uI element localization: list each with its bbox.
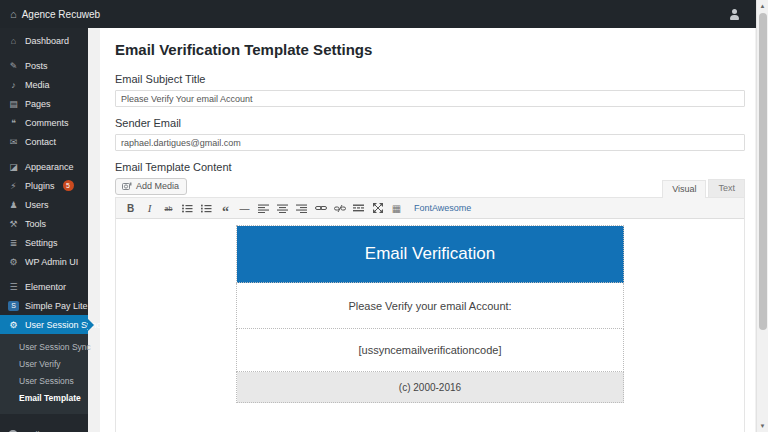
unlink-icon [334, 204, 346, 213]
editor-canvas[interactable]: Email Verification Please Verify your em… [116, 219, 744, 432]
fullscreen-icon [373, 203, 383, 213]
submenu-item-email-template[interactable]: Email Template [0, 390, 88, 407]
align-center-button[interactable] [273, 200, 292, 217]
media-icon: ♪ [8, 80, 19, 90]
blockquote-button[interactable]: “ [216, 200, 235, 217]
plugins-icon: ⚡ [8, 181, 19, 191]
scroll-down-icon[interactable]: ▼ [757, 420, 768, 432]
sidebar-item-users[interactable]: ♟ Users [0, 195, 88, 214]
sidebar-item-label: Appearance [25, 162, 74, 172]
dashboard-icon: ⌂ [8, 36, 19, 46]
sidebar-item-user-session-sync[interactable]: ⚙ User Session Sync [0, 315, 88, 334]
sidebar-item-pages[interactable]: ▤ Pages [0, 94, 88, 113]
submenu-item-user-sessions[interactable]: User Sessions [0, 373, 88, 390]
read-more-tag-button[interactable] [349, 200, 368, 217]
sidebar-item-comments[interactable]: ❝ Comments [0, 113, 88, 132]
editor-mode-tabs: Visual Text [662, 179, 745, 197]
sidebar-item-wp-admin-ui[interactable]: ⚙ WP Admin UI [0, 252, 88, 271]
content-area: Email Verification Template Settings Ema… [88, 28, 756, 432]
fontawesome-button[interactable]: FontAwesome [414, 203, 471, 213]
gear-icon: ⚙ [8, 320, 19, 330]
sidebar-item-label: Tools [25, 219, 46, 229]
page-title: Email Verification Template Settings [115, 41, 745, 58]
sidebar-item-label: Media [25, 80, 50, 90]
email-code-cell[interactable]: [ussyncemailverificationcode] [237, 329, 624, 372]
contact-icon: ✉ [8, 137, 19, 147]
gear-icon: ⚙ [8, 257, 19, 267]
admin-top-bar: ⌂ Agence Recuweb [0, 0, 756, 28]
add-media-label: Add Media [136, 181, 179, 191]
site-name: Agence Recuweb [22, 9, 100, 20]
bullet-list-button[interactable] [178, 200, 197, 217]
template-content-label: Email Template Content [115, 161, 745, 173]
sidebar-item-label: User Session Sync [25, 320, 101, 330]
sender-email-label: Sender Email [115, 117, 745, 129]
email-header-cell[interactable]: Email Verification [237, 226, 624, 283]
admin-sidebar: ⌂ Dashboard ✎ Posts ♪ Media ▤ Pages ❝ Co… [0, 28, 88, 432]
tab-visual[interactable]: Visual [662, 180, 706, 198]
sidebar-item-label: Users [25, 200, 49, 210]
settings-panel: Email Verification Template Settings Ema… [100, 28, 755, 432]
fullscreen-button[interactable] [368, 200, 387, 217]
align-left-button[interactable] [254, 200, 273, 217]
add-media-button[interactable]: Add Media [115, 178, 187, 195]
sidebar-item-settings[interactable]: ≣ Settings [0, 233, 88, 252]
tab-text[interactable]: Text [708, 179, 745, 197]
sidebar-item-label: Comments [25, 118, 69, 128]
user-account-icon[interactable] [729, 9, 740, 20]
email-subject-label: Email Subject Title [115, 73, 745, 85]
numbered-list-button[interactable] [197, 200, 216, 217]
insert-link-button[interactable] [311, 200, 330, 217]
sidebar-item-plugins[interactable]: ⚡ Plugins 5 [0, 176, 88, 195]
scroll-up-icon[interactable]: ▲ [757, 0, 768, 12]
email-body-cell[interactable]: Please Verify your email Account: [237, 283, 624, 329]
more-tag-icon [353, 204, 364, 212]
simple-pay-icon: S [8, 301, 19, 311]
sender-email-input[interactable] [115, 134, 745, 151]
sidebar-item-media[interactable]: ♪ Media [0, 75, 88, 94]
submenu-item-user-verify[interactable]: User Verify [0, 356, 88, 373]
email-subject-input[interactable] [115, 90, 745, 107]
page-scrollbar[interactable]: ▲ ▼ [756, 0, 768, 432]
users-icon: ♟ [8, 200, 19, 210]
sidebar-item-appearance[interactable]: ◪ Appearance [0, 157, 88, 176]
align-right-button[interactable] [292, 200, 311, 217]
email-footer-cell[interactable]: (c) 2000-2016 [237, 372, 624, 403]
tools-icon: ⚒ [8, 219, 19, 229]
sidebar-item-dashboard[interactable]: ⌂ Dashboard [0, 31, 88, 50]
sidebar-item-label: Contact [25, 137, 56, 147]
sidebar-item-label: Plugins [25, 181, 55, 191]
sidebar-item-label: Simple Pay Lite [25, 301, 88, 311]
sidebar-item-label: Pages [25, 99, 51, 109]
sidebar-item-simple-pay-lite[interactable]: S Simple Pay Lite [0, 296, 88, 315]
remove-link-button[interactable] [330, 200, 349, 217]
bold-button[interactable]: B [121, 200, 140, 217]
align-right-icon [296, 204, 307, 213]
email-template-table[interactable]: Email Verification Please Verify your em… [236, 225, 624, 403]
sidebar-item-elementor[interactable]: ☰ Elementor [0, 277, 88, 296]
posts-icon: ✎ [8, 61, 19, 71]
user-session-sync-submenu: User Session Sync User Verify User Sessi… [0, 334, 88, 414]
sidebar-item-label: Posts [25, 61, 48, 71]
media-icon [122, 182, 132, 191]
sidebar-item-label: Elementor [25, 282, 66, 292]
sidebar-item-label: Settings [25, 238, 58, 248]
horizontal-rule-button[interactable]: — [235, 200, 254, 217]
sidebar-item-tools[interactable]: ⚒ Tools [0, 214, 88, 233]
scrollbar-thumb[interactable] [759, 13, 767, 330]
align-left-icon [258, 204, 269, 213]
sidebar-item-label: Dashboard [25, 36, 69, 46]
strikethrough-button[interactable]: ab [159, 200, 178, 217]
pages-icon: ▤ [8, 99, 19, 109]
numbered-list-icon [201, 204, 212, 213]
toolbar-toggle-button[interactable]: ▦ [387, 200, 406, 217]
sidebar-item-label: WP Admin UI [25, 257, 78, 267]
submenu-item-user-session-sync[interactable]: User Session Sync [0, 339, 88, 356]
sidebar-item-posts[interactable]: ✎ Posts [0, 56, 88, 75]
site-menu[interactable]: ⌂ Agence Recuweb [0, 8, 100, 20]
bullet-list-icon [182, 204, 193, 213]
collapse-menu-button[interactable]: ◂ Collapse menu [0, 425, 88, 432]
italic-button[interactable]: I [140, 200, 159, 217]
link-icon [315, 204, 327, 212]
sidebar-item-contact[interactable]: ✉ Contact [0, 132, 88, 151]
